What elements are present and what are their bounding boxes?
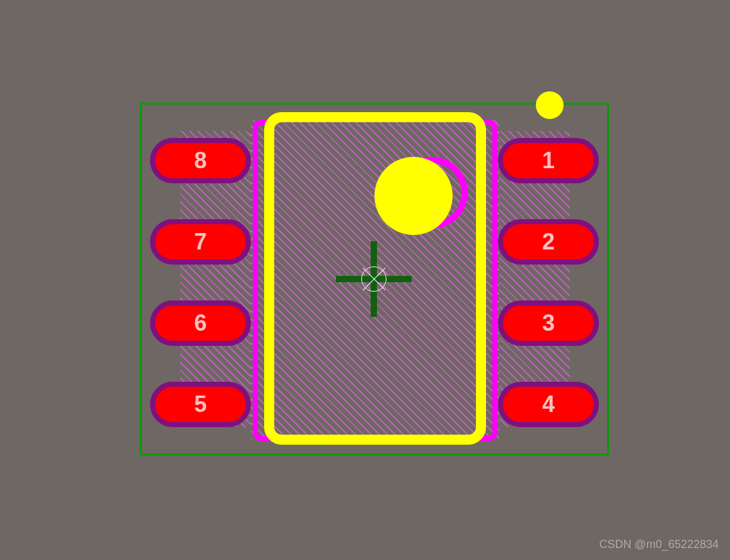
pad-number-label: 1: [542, 147, 555, 174]
pin1-silk-dot-inner: [374, 157, 453, 235]
pad-6[interactable]: 6: [150, 300, 251, 346]
pad-number-label: 8: [194, 147, 207, 174]
watermark-text: CSDN @m0_65222834: [600, 538, 719, 551]
pad-5[interactable]: 5: [150, 382, 251, 427]
pad-number-label: 5: [194, 391, 207, 418]
pad-number-label: 3: [542, 310, 555, 336]
pcb-footprint-canvas[interactable]: 8 7 6 5 1 2 3 4: [0, 0, 730, 560]
pad-2[interactable]: 2: [498, 219, 599, 265]
pad-number-label: 2: [542, 229, 555, 255]
pad-1[interactable]: 1: [498, 138, 599, 183]
pin1-silk-dot-outer: [536, 91, 564, 119]
pad-7[interactable]: 7: [150, 219, 251, 265]
pad-number-label: 7: [194, 229, 207, 255]
pad-8[interactable]: 8: [150, 138, 251, 183]
pad-3[interactable]: 3: [498, 300, 599, 346]
pad-number-label: 4: [542, 391, 555, 418]
pad-number-label: 6: [194, 310, 207, 336]
pad-4[interactable]: 4: [498, 382, 599, 427]
